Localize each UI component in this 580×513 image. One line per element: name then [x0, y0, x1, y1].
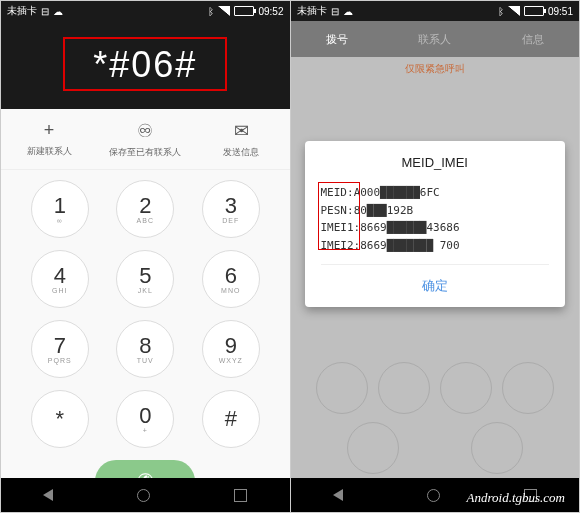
wechat-icon: ☁ [53, 6, 63, 17]
key-3[interactable]: 3DEF [202, 180, 260, 238]
key-1[interactable]: 1∞ [31, 180, 89, 238]
clock: 09:52 [258, 6, 283, 17]
tab-messages[interactable]: 信息 [522, 32, 544, 47]
nav-bar [1, 478, 290, 512]
key-2[interactable]: 2ABC [116, 180, 174, 238]
bluetooth-icon: ᛒ [208, 6, 214, 17]
emergency-banner: 仅限紧急呼叫 [291, 57, 580, 81]
tab-contacts[interactable]: 联系人 [418, 32, 451, 47]
key-9[interactable]: 9WXYZ [202, 320, 260, 378]
highlight-box [318, 182, 360, 250]
watermark: Android.tgbus.com [467, 490, 565, 506]
battery-icon [234, 6, 254, 16]
bluetooth-icon: ᛒ [498, 6, 504, 17]
clock: 09:51 [548, 6, 573, 17]
person-icon: ♾ [137, 120, 153, 142]
sim-icon: ⊟ [331, 6, 339, 17]
key-7[interactable]: 7PQRS [31, 320, 89, 378]
phone-screen-dialer: 未插卡 ⊟ ☁ ᛒ 09:52 *#06# + 新建联系人 ♾ 保存至已有联系人 [1, 1, 291, 512]
imei-info-block: MEID:A000██████6FC PESN:80███192B IMEI1:… [321, 184, 550, 265]
key-hash[interactable]: # [202, 390, 260, 448]
confirm-button[interactable]: 确定 [321, 265, 550, 297]
tab-bar: 拨号 联系人 信息 [291, 21, 580, 57]
save-contact-button[interactable]: ♾ 保存至已有联系人 [97, 109, 193, 169]
signal-icon [508, 6, 520, 16]
wechat-icon: ☁ [343, 6, 353, 17]
phone-screen-imei-popup: 未插卡 ⊟ ☁ ᛒ 09:51 拨号 联系人 信息 仅限紧急呼叫 MEID_IM… [291, 1, 580, 512]
action-label: 保存至已有联系人 [109, 146, 181, 159]
key-6[interactable]: 6MNO [202, 250, 260, 308]
sim-icon: ⊟ [41, 6, 49, 17]
action-label: 发送信息 [223, 146, 259, 159]
status-bar: 未插卡 ⊟ ☁ ᛒ 09:52 [1, 1, 290, 21]
key-5[interactable]: 5JKL [116, 250, 174, 308]
battery-icon [524, 6, 544, 16]
popup-title: MEID_IMEI [321, 155, 550, 170]
background-keypad [291, 358, 580, 478]
tab-dial[interactable]: 拨号 [326, 32, 348, 47]
imei-popup: MEID_IMEI MEID:A000██████6FC PESN:80███1… [305, 141, 566, 307]
key-8[interactable]: 8TUV [116, 320, 174, 378]
key-star[interactable]: * [31, 390, 89, 448]
highlight-box [63, 37, 227, 91]
key-0[interactable]: 0+ [116, 390, 174, 448]
action-label: 新建联系人 [27, 145, 72, 158]
carrier-text: 未插卡 [297, 4, 327, 18]
carrier-text: 未插卡 [7, 4, 37, 18]
keypad: 1∞ 2ABC 3DEF 4GHI 5JKL 6MNO 7PQRS 8TUV 9… [1, 170, 290, 502]
key-4[interactable]: 4GHI [31, 250, 89, 308]
action-row: + 新建联系人 ♾ 保存至已有联系人 ✉ 发送信息 [1, 109, 290, 170]
back-button[interactable] [43, 489, 53, 501]
dial-display: *#06# [1, 21, 290, 109]
home-button[interactable] [137, 489, 150, 502]
new-contact-button[interactable]: + 新建联系人 [1, 109, 97, 169]
plus-icon: + [44, 120, 55, 141]
recent-button[interactable] [234, 489, 247, 502]
message-icon: ✉ [234, 120, 249, 142]
signal-icon [218, 6, 230, 16]
status-bar: 未插卡 ⊟ ☁ ᛒ 09:51 [291, 1, 580, 21]
send-message-button[interactable]: ✉ 发送信息 [193, 109, 289, 169]
back-button[interactable] [333, 489, 343, 501]
home-button[interactable] [427, 489, 440, 502]
